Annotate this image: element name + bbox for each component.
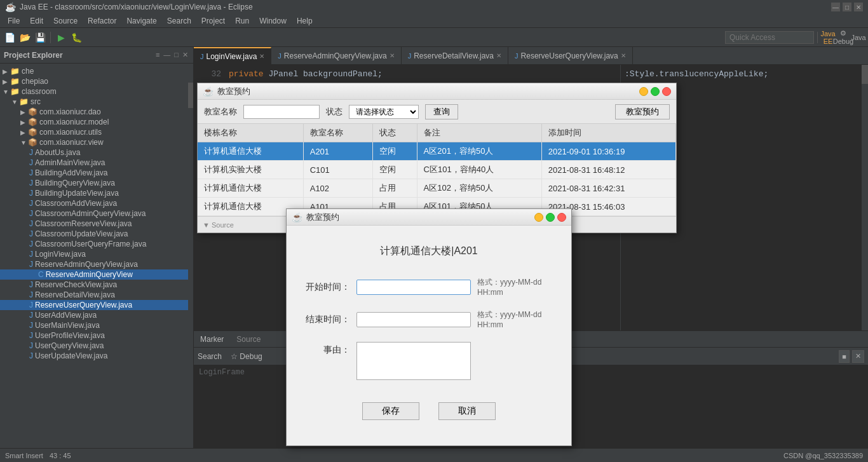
cell-room-1: C101 — [303, 161, 372, 179]
tab-reserveadminquery[interactable]: J ReserveAdminQueryView.java ✕ — [271, 47, 401, 65]
table-row-1[interactable]: 计算机实验大楼 C101 空闲 C区101，容纳40人 2021-08-31 1… — [198, 161, 676, 179]
bottom-clear-btn[interactable]: ✕ — [852, 350, 864, 363]
tree-item-classroom[interactable]: ▼ 📁 classroom — [0, 86, 188, 97]
tree-item-useradd[interactable]: J UserAddView.java — [0, 310, 188, 320]
classroom-dialog-close[interactable] — [662, 87, 671, 96]
tree-item-buildingadd[interactable]: J BuildingAddView.java — [0, 168, 188, 178]
tree-item-classroomadminquery[interactable]: J ClassroomAdminQueryView.java — [0, 208, 188, 219]
explorer-scroll-thumb[interactable] — [188, 83, 193, 108]
tree-item-reservedetail[interactable]: J ReserveDetailView.java — [0, 290, 188, 300]
menu-edit[interactable]: Edit — [25, 15, 48, 27]
toolbar-new[interactable]: 📄 — [3, 31, 17, 44]
perspective-debug[interactable]: ⚙ Debug — [836, 31, 850, 44]
reserve-button[interactable]: 教室预约 — [615, 104, 670, 119]
menu-window[interactable]: Window — [254, 15, 292, 27]
quick-access-input[interactable] — [725, 31, 814, 44]
bottom-source-label: Source — [230, 331, 267, 348]
start-time-input[interactable] — [356, 280, 471, 295]
editor-scrollbar[interactable] — [862, 65, 868, 330]
tree-item-classroomupdate[interactable]: J ClassroomUpdateView.java — [0, 229, 188, 239]
editor-scroll-thumb[interactable] — [862, 65, 868, 84]
tree-item-userquery[interactable]: J UserQueryView.java — [0, 341, 188, 351]
tree-item-utils[interactable]: ▶ 📦 com.xiaoniucr.utils — [0, 127, 188, 137]
tree-item-classroomreserve[interactable]: J ClassroomReserveView.java — [0, 219, 188, 229]
tree-item-model[interactable]: ▶ 📦 com.xiaoniucr.model — [0, 117, 188, 127]
menu-source[interactable]: Source — [48, 15, 83, 27]
query-button[interactable]: 查询 — [425, 104, 458, 119]
reserve-dialog-close[interactable] — [557, 213, 566, 222]
menu-refactor[interactable]: Refactor — [83, 15, 121, 27]
tree-item-aboutus[interactable]: J AboutUs.java — [0, 147, 188, 158]
menu-file[interactable]: File — [3, 15, 25, 27]
tree-item-loginview[interactable]: J LoginView.java — [0, 249, 188, 259]
tab-close-loginview[interactable]: ✕ — [259, 53, 264, 60]
tree-item-che[interactable]: ▶ 📁 che — [0, 66, 188, 76]
tab-reserveuserquery[interactable]: J ReserveUserQueryView.java ✕ — [508, 47, 633, 65]
tree-item-userupdate[interactable]: J UserUpdateView.java — [0, 351, 188, 361]
reason-input[interactable] — [356, 342, 471, 380]
reserve-footer: 保存 取消 — [306, 393, 552, 433]
tree-item-chepiao[interactable]: ▶ 📁 chepiao — [0, 76, 188, 86]
explorer-title: Project Explorer — [4, 51, 63, 60]
perspective-java[interactable]: Java — [851, 31, 865, 44]
tab-close-reserveuser[interactable]: ✕ — [621, 52, 626, 59]
explorer-scrollbar[interactable] — [188, 64, 193, 448]
reserve-dialog-titlebar[interactable]: ☕ 教室预约 — [287, 209, 571, 226]
tree-item-src[interactable]: ▼ 📁 src — [0, 97, 188, 107]
bottom-stop-btn[interactable]: ■ — [839, 350, 850, 363]
toolbar-run[interactable]: ▶ — [54, 31, 68, 44]
status-csdn: CSDN @qq_3532335389 — [783, 452, 863, 459]
end-time-input[interactable] — [356, 312, 471, 327]
reserve-dialog-maximize[interactable] — [546, 213, 555, 222]
toolbar-open[interactable]: 📂 — [18, 31, 32, 44]
tree-item-view[interactable]: ▼ 📦 com.xiaoniucr.view — [0, 137, 188, 147]
explorer-collapse[interactable]: ≡ — [154, 51, 161, 59]
tab-loginview[interactable]: J LoginView.java ✕ — [194, 47, 271, 65]
end-time-label: 结束时间： — [306, 314, 350, 325]
save-button[interactable]: 保存 — [362, 402, 419, 420]
explorer-minimize[interactable]: — — [162, 51, 172, 59]
maximize-button[interactable]: □ — [843, 3, 851, 11]
tree-item-classroomuserquery[interactable]: J ClassroomUserQueryFrame.java — [0, 239, 188, 249]
java-icon-classroomupdate: J — [29, 229, 33, 238]
status-filter-select[interactable]: 请选择状态 — [349, 105, 419, 119]
tree-item-dao[interactable]: ▶ 📦 com.xiaoniucr.dao — [0, 107, 188, 117]
toolbar-debug[interactable]: 🐛 — [69, 31, 83, 44]
classroom-dialog-titlebar[interactable]: ☕ 教室预约 — [198, 83, 676, 100]
classroom-dialog-maximize[interactable] — [651, 87, 660, 96]
tree-item-buildingquery[interactable]: J BuildingQueryView.java — [0, 178, 188, 188]
col-status: 状态 — [372, 124, 417, 142]
menu-navigate[interactable]: Navigate — [121, 15, 161, 27]
explorer-maximize[interactable]: □ — [173, 51, 180, 59]
tree-item-reserveadminquery[interactable]: J ReserveAdminQueryView.java — [0, 259, 188, 269]
reserve-dialog[interactable]: ☕ 教室预约 计算机通信大楼|A201 开始时间： 格式：yyyy-MM-dd … — [286, 208, 572, 446]
tab-close-reserveadmin[interactable]: ✕ — [390, 52, 395, 59]
tree-item-adminmain[interactable]: J AdminMainView.java — [0, 158, 188, 168]
explorer-close[interactable]: ✕ — [181, 51, 189, 59]
menu-search[interactable]: Search — [162, 15, 196, 27]
tree-item-usermain[interactable]: J UserMainView.java — [0, 320, 188, 330]
table-row-2[interactable]: 计算机通信大楼 A102 占用 A区102，容纳50人 2021-08-31 1… — [198, 179, 676, 198]
cancel-button[interactable]: 取消 — [438, 402, 496, 420]
table-row-0[interactable]: 计算机通信大楼 A201 空闲 A区201，容纳50人 2021-09-01 1… — [198, 142, 676, 161]
building-name-input[interactable] — [243, 105, 320, 119]
reserve-dialog-minimize[interactable] — [534, 213, 543, 222]
tree-item-userprofile[interactable]: J UserProfileView.java — [0, 330, 188, 341]
tree-item-classroomadd[interactable]: J ClassroomAddView.java — [0, 198, 188, 208]
tree-item-reserveadminqueryclass[interactable]: C ReserveAdminQueryView — [0, 269, 188, 280]
classroom-dialog-minimize[interactable] — [639, 87, 648, 96]
tab-close-reservedetail[interactable]: ✕ — [496, 52, 501, 59]
folder-icon-che: 📁 — [10, 67, 20, 76]
tree-item-buildingupdate[interactable]: J BuildingUpdateView.java — [0, 188, 188, 198]
menu-help[interactable]: Help — [292, 15, 318, 27]
menu-run[interactable]: Run — [230, 15, 254, 27]
toolbar-save[interactable]: 💾 — [33, 31, 47, 44]
minimize-button[interactable]: — — [831, 3, 840, 11]
tab-marker[interactable]: Marker — [194, 331, 230, 348]
tab-reservedetail[interactable]: J ReserveDetailView.java ✕ — [402, 47, 508, 65]
tree-item-reservecheck[interactable]: J ReserveCheckView.java — [0, 280, 188, 290]
menu-project[interactable]: Project — [196, 15, 230, 27]
java-icon-classroomreserve: J — [29, 219, 33, 228]
close-button[interactable]: ✕ — [854, 3, 863, 11]
tree-item-reserveuserquery[interactable]: J ReserveUserQueryView.java — [0, 300, 188, 310]
